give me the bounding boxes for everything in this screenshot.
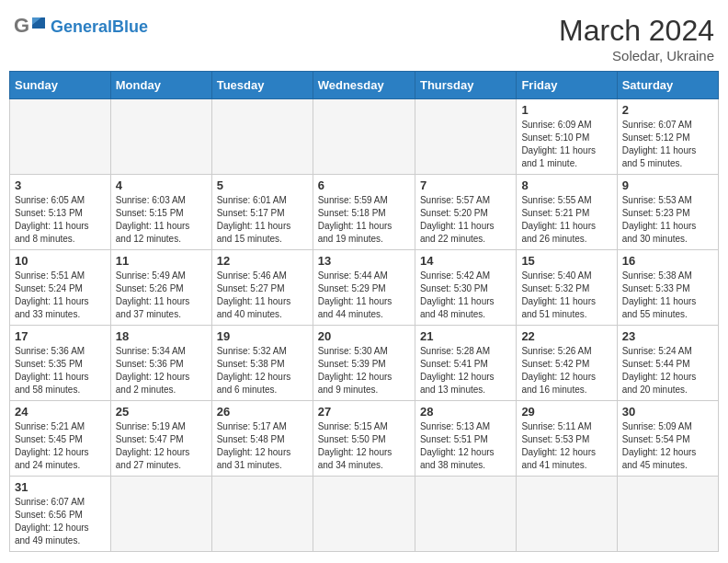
day-number: 26 (217, 405, 308, 419)
calendar-day-cell: 1Sunrise: 6:09 AM Sunset: 5:10 PM Daylig… (517, 99, 617, 175)
day-info: Sunrise: 5:17 AM Sunset: 5:48 PM Dayligh… (217, 420, 308, 472)
calendar-day-cell (415, 99, 516, 175)
calendar-week-row: 1Sunrise: 6:09 AM Sunset: 5:10 PM Daylig… (10, 99, 719, 175)
month-year-title: March 2024 (559, 14, 714, 48)
day-number: 12 (217, 254, 308, 268)
calendar-day-cell: 25Sunrise: 5:19 AM Sunset: 5:47 PM Dayli… (110, 401, 211, 477)
day-info: Sunrise: 5:26 AM Sunset: 5:42 PM Dayligh… (521, 345, 611, 396)
day-info: Sunrise: 6:07 AM Sunset: 6:56 PM Dayligh… (15, 496, 106, 547)
location-subtitle: Soledar, Ukraine (559, 48, 714, 63)
day-number: 25 (116, 405, 207, 419)
day-number: 28 (420, 405, 511, 419)
day-info: Sunrise: 5:21 AM Sunset: 5:45 PM Dayligh… (15, 420, 106, 472)
day-number: 17 (15, 329, 106, 343)
calendar-day-cell: 27Sunrise: 5:15 AM Sunset: 5:50 PM Dayli… (313, 401, 415, 477)
day-number: 21 (420, 329, 511, 343)
day-info: Sunrise: 6:03 AM Sunset: 5:15 PM Dayligh… (116, 194, 207, 246)
calendar-day-cell (517, 477, 617, 552)
logo: G GeneralBlue (14, 14, 148, 40)
day-info: Sunrise: 5:13 AM Sunset: 5:51 PM Dayligh… (420, 420, 511, 472)
day-info: Sunrise: 5:28 AM Sunset: 5:41 PM Dayligh… (420, 345, 511, 396)
calendar-day-cell: 20Sunrise: 5:30 AM Sunset: 5:39 PM Dayli… (313, 326, 415, 401)
calendar-day-cell (110, 99, 211, 175)
day-number: 15 (521, 254, 611, 268)
day-number: 5 (217, 178, 308, 192)
calendar-day-cell: 31Sunrise: 6:07 AM Sunset: 6:56 PM Dayli… (10, 477, 111, 552)
day-number: 8 (521, 178, 611, 192)
calendar-day-cell (415, 477, 516, 552)
day-number: 11 (116, 254, 207, 268)
day-number: 14 (420, 254, 511, 268)
calendar-day-cell (211, 477, 313, 552)
day-number: 10 (15, 254, 106, 268)
day-info: Sunrise: 6:09 AM Sunset: 5:10 PM Dayligh… (521, 119, 611, 170)
weekday-header-thursday: Thursday (415, 72, 516, 99)
calendar-week-row: 24Sunrise: 5:21 AM Sunset: 5:45 PM Dayli… (10, 401, 719, 477)
day-number: 24 (15, 405, 106, 419)
day-info: Sunrise: 5:36 AM Sunset: 5:35 PM Dayligh… (15, 345, 106, 396)
day-info: Sunrise: 5:40 AM Sunset: 5:32 PM Dayligh… (521, 270, 611, 321)
day-number: 6 (318, 178, 410, 192)
calendar-day-cell: 24Sunrise: 5:21 AM Sunset: 5:45 PM Dayli… (10, 401, 111, 477)
day-number: 9 (622, 178, 713, 192)
calendar-day-cell: 13Sunrise: 5:44 AM Sunset: 5:29 PM Dayli… (313, 250, 415, 326)
svg-text:G: G (14, 14, 29, 37)
day-info: Sunrise: 5:09 AM Sunset: 5:54 PM Dayligh… (622, 420, 713, 472)
calendar-day-cell (313, 477, 415, 552)
calendar-day-cell: 8Sunrise: 5:55 AM Sunset: 5:21 PM Daylig… (517, 175, 617, 250)
weekday-header-tuesday: Tuesday (211, 72, 313, 99)
calendar-week-row: 17Sunrise: 5:36 AM Sunset: 5:35 PM Dayli… (10, 326, 719, 401)
calendar-day-cell: 11Sunrise: 5:49 AM Sunset: 5:26 PM Dayli… (110, 250, 211, 326)
calendar-day-cell: 28Sunrise: 5:13 AM Sunset: 5:51 PM Dayli… (415, 401, 516, 477)
calendar-day-cell (211, 99, 313, 175)
weekday-header-saturday: Saturday (617, 72, 718, 99)
day-info: Sunrise: 5:30 AM Sunset: 5:39 PM Dayligh… (318, 345, 410, 396)
calendar-table: SundayMondayTuesdayWednesdayThursdayFrid… (9, 71, 719, 552)
weekday-header-wednesday: Wednesday (313, 72, 415, 99)
day-number: 2 (622, 103, 713, 117)
calendar-day-cell: 19Sunrise: 5:32 AM Sunset: 5:38 PM Dayli… (211, 326, 313, 401)
weekday-header-row: SundayMondayTuesdayWednesdayThursdayFrid… (10, 72, 719, 99)
day-number: 27 (318, 405, 410, 419)
calendar-day-cell: 7Sunrise: 5:57 AM Sunset: 5:20 PM Daylig… (415, 175, 516, 250)
day-number: 29 (521, 405, 611, 419)
calendar-day-cell (617, 477, 718, 552)
calendar-day-cell: 15Sunrise: 5:40 AM Sunset: 5:32 PM Dayli… (517, 250, 617, 326)
day-info: Sunrise: 5:51 AM Sunset: 5:24 PM Dayligh… (15, 270, 106, 321)
calendar-day-cell: 22Sunrise: 5:26 AM Sunset: 5:42 PM Dayli… (517, 326, 617, 401)
calendar-day-cell: 17Sunrise: 5:36 AM Sunset: 5:35 PM Dayli… (10, 326, 111, 401)
day-info: Sunrise: 5:19 AM Sunset: 5:47 PM Dayligh… (116, 420, 207, 472)
calendar-day-cell: 18Sunrise: 5:34 AM Sunset: 5:36 PM Dayli… (110, 326, 211, 401)
calendar-day-cell (10, 99, 111, 175)
day-number: 3 (15, 178, 106, 192)
calendar-day-cell: 21Sunrise: 5:28 AM Sunset: 5:41 PM Dayli… (415, 326, 516, 401)
day-number: 1 (521, 103, 611, 117)
title-block: March 2024 Soledar, Ukraine (559, 14, 714, 63)
logo-icon: G (14, 14, 47, 40)
calendar-day-cell (110, 477, 211, 552)
calendar-day-cell (313, 99, 415, 175)
day-number: 19 (217, 329, 308, 343)
calendar-day-cell: 4Sunrise: 6:03 AM Sunset: 5:15 PM Daylig… (110, 175, 211, 250)
day-info: Sunrise: 5:49 AM Sunset: 5:26 PM Dayligh… (116, 270, 207, 321)
day-info: Sunrise: 6:07 AM Sunset: 5:12 PM Dayligh… (622, 119, 713, 170)
day-info: Sunrise: 5:55 AM Sunset: 5:21 PM Dayligh… (521, 194, 611, 246)
day-info: Sunrise: 5:53 AM Sunset: 5:23 PM Dayligh… (622, 194, 713, 246)
weekday-header-friday: Friday (517, 72, 617, 99)
calendar-day-cell: 14Sunrise: 5:42 AM Sunset: 5:30 PM Dayli… (415, 250, 516, 326)
day-info: Sunrise: 5:11 AM Sunset: 5:53 PM Dayligh… (521, 420, 611, 472)
weekday-header-monday: Monday (110, 72, 211, 99)
day-info: Sunrise: 6:05 AM Sunset: 5:13 PM Dayligh… (15, 194, 106, 246)
calendar-day-cell: 16Sunrise: 5:38 AM Sunset: 5:33 PM Dayli… (617, 250, 718, 326)
day-number: 22 (521, 329, 611, 343)
day-info: Sunrise: 5:15 AM Sunset: 5:50 PM Dayligh… (318, 420, 410, 472)
calendar-day-cell: 29Sunrise: 5:11 AM Sunset: 5:53 PM Dayli… (517, 401, 617, 477)
calendar-day-cell: 26Sunrise: 5:17 AM Sunset: 5:48 PM Dayli… (211, 401, 313, 477)
calendar-week-row: 10Sunrise: 5:51 AM Sunset: 5:24 PM Dayli… (10, 250, 719, 326)
day-info: Sunrise: 5:44 AM Sunset: 5:29 PM Dayligh… (318, 270, 410, 321)
calendar-day-cell: 10Sunrise: 5:51 AM Sunset: 5:24 PM Dayli… (10, 250, 111, 326)
day-number: 7 (420, 178, 511, 192)
page-header: G GeneralBlue March 2024 Soledar, Ukrain… (9, 9, 719, 63)
calendar-week-row: 31Sunrise: 6:07 AM Sunset: 6:56 PM Dayli… (10, 477, 719, 552)
calendar-day-cell: 12Sunrise: 5:46 AM Sunset: 5:27 PM Dayli… (211, 250, 313, 326)
